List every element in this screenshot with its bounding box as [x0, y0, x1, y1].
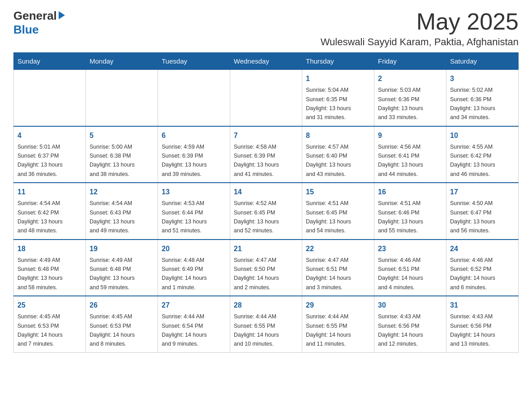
calendar-day-cell: 6Sunrise: 4:59 AM Sunset: 6:39 PM Daylig…: [158, 126, 230, 183]
calendar-day-cell: 26Sunrise: 4:45 AM Sunset: 6:53 PM Dayli…: [86, 296, 158, 352]
day-number: 31: [450, 300, 515, 311]
calendar-day-cell: 16Sunrise: 4:51 AM Sunset: 6:46 PM Dayli…: [374, 183, 446, 240]
logo-arrow-icon: [57, 10, 67, 20]
calendar-header-saturday: Saturday: [446, 53, 519, 70]
calendar-header-wednesday: Wednesday: [230, 53, 302, 70]
calendar-day-cell: 25Sunrise: 4:45 AM Sunset: 6:53 PM Dayli…: [14, 296, 86, 352]
day-number: 21: [234, 244, 298, 254]
day-info: Sunrise: 4:54 AM Sunset: 6:43 PM Dayligh…: [90, 200, 135, 234]
calendar-header-monday: Monday: [86, 53, 158, 70]
day-number: 7: [234, 130, 298, 141]
day-info: Sunrise: 4:59 AM Sunset: 6:39 PM Dayligh…: [162, 144, 207, 177]
day-number: 27: [162, 300, 226, 311]
day-number: 5: [90, 130, 154, 141]
page-header: General Blue May 2025 Wuleswali Sayyid K…: [13, 9, 519, 48]
calendar-day-cell: 27Sunrise: 4:44 AM Sunset: 6:54 PM Dayli…: [158, 296, 230, 352]
calendar-week-row: 18Sunrise: 4:49 AM Sunset: 6:48 PM Dayli…: [14, 240, 519, 296]
day-info: Sunrise: 4:43 AM Sunset: 6:56 PM Dayligh…: [378, 313, 423, 347]
calendar-day-cell: 14Sunrise: 4:52 AM Sunset: 6:45 PM Dayli…: [230, 183, 302, 240]
day-number: 1: [306, 73, 370, 84]
day-info: Sunrise: 4:47 AM Sunset: 6:50 PM Dayligh…: [234, 257, 279, 291]
day-info: Sunrise: 4:44 AM Sunset: 6:54 PM Dayligh…: [162, 313, 207, 347]
calendar-day-cell: 10Sunrise: 4:55 AM Sunset: 6:42 PM Dayli…: [446, 126, 519, 183]
day-info: Sunrise: 5:02 AM Sunset: 6:36 PM Dayligh…: [450, 87, 495, 120]
calendar-day-cell: 4Sunrise: 5:01 AM Sunset: 6:37 PM Daylig…: [14, 126, 86, 183]
calendar-day-cell: 20Sunrise: 4:48 AM Sunset: 6:49 PM Dayli…: [158, 240, 230, 296]
day-info: Sunrise: 4:55 AM Sunset: 6:42 PM Dayligh…: [450, 144, 495, 177]
day-info: Sunrise: 4:58 AM Sunset: 6:39 PM Dayligh…: [234, 144, 279, 177]
calendar-header-sunday: Sunday: [14, 53, 86, 70]
calendar-day-cell: 29Sunrise: 4:44 AM Sunset: 6:55 PM Dayli…: [302, 296, 374, 352]
calendar-table: SundayMondayTuesdayWednesdayThursdayFrid…: [13, 52, 519, 353]
day-number: 29: [306, 300, 370, 311]
calendar-day-cell: 19Sunrise: 4:49 AM Sunset: 6:48 PM Dayli…: [86, 240, 158, 296]
calendar-empty-cell: [230, 70, 302, 126]
day-info: Sunrise: 5:00 AM Sunset: 6:38 PM Dayligh…: [90, 144, 135, 177]
calendar-day-cell: 30Sunrise: 4:43 AM Sunset: 6:56 PM Dayli…: [374, 296, 446, 352]
calendar-week-row: 11Sunrise: 4:54 AM Sunset: 6:42 PM Dayli…: [14, 183, 519, 240]
day-info: Sunrise: 4:45 AM Sunset: 6:53 PM Dayligh…: [90, 313, 135, 347]
calendar-day-cell: 12Sunrise: 4:54 AM Sunset: 6:43 PM Dayli…: [86, 183, 158, 240]
day-number: 22: [306, 244, 370, 254]
svg-marker-0: [59, 11, 65, 19]
day-number: 16: [378, 187, 442, 197]
logo: General Blue: [13, 9, 67, 37]
day-number: 4: [17, 130, 82, 141]
calendar-day-cell: 5Sunrise: 5:00 AM Sunset: 6:38 PM Daylig…: [86, 126, 158, 183]
calendar-day-cell: 17Sunrise: 4:50 AM Sunset: 6:47 PM Dayli…: [446, 183, 519, 240]
day-number: 30: [378, 300, 442, 311]
day-number: 20: [162, 244, 226, 254]
calendar-day-cell: 15Sunrise: 4:51 AM Sunset: 6:45 PM Dayli…: [302, 183, 374, 240]
calendar-empty-cell: [158, 70, 230, 126]
calendar-header-thursday: Thursday: [302, 53, 374, 70]
day-number: 17: [450, 187, 515, 197]
day-number: 9: [378, 130, 442, 141]
day-number: 12: [90, 187, 154, 197]
day-info: Sunrise: 5:04 AM Sunset: 6:35 PM Dayligh…: [306, 87, 351, 120]
day-info: Sunrise: 4:56 AM Sunset: 6:41 PM Dayligh…: [378, 144, 423, 177]
day-number: 6: [162, 130, 226, 141]
day-info: Sunrise: 4:51 AM Sunset: 6:45 PM Dayligh…: [306, 200, 351, 234]
day-info: Sunrise: 4:45 AM Sunset: 6:53 PM Dayligh…: [17, 313, 63, 347]
calendar-day-cell: 8Sunrise: 4:57 AM Sunset: 6:40 PM Daylig…: [302, 126, 374, 183]
calendar-day-cell: 31Sunrise: 4:43 AM Sunset: 6:56 PM Dayli…: [446, 296, 519, 352]
calendar-day-cell: 28Sunrise: 4:44 AM Sunset: 6:55 PM Dayli…: [230, 296, 302, 352]
day-info: Sunrise: 4:53 AM Sunset: 6:44 PM Dayligh…: [162, 200, 207, 234]
calendar-empty-cell: [86, 70, 158, 126]
calendar-empty-cell: [14, 70, 86, 126]
day-info: Sunrise: 4:46 AM Sunset: 6:51 PM Dayligh…: [378, 257, 423, 291]
day-info: Sunrise: 4:46 AM Sunset: 6:52 PM Dayligh…: [450, 257, 495, 291]
day-number: 23: [378, 244, 442, 254]
day-number: 19: [90, 244, 154, 254]
month-title: May 2025: [321, 9, 519, 34]
day-number: 13: [162, 187, 226, 197]
calendar-day-cell: 3Sunrise: 5:02 AM Sunset: 6:36 PM Daylig…: [446, 70, 519, 126]
calendar-day-cell: 1Sunrise: 5:04 AM Sunset: 6:35 PM Daylig…: [302, 70, 374, 126]
calendar-week-row: 4Sunrise: 5:01 AM Sunset: 6:37 PM Daylig…: [14, 126, 519, 183]
calendar-day-cell: 23Sunrise: 4:46 AM Sunset: 6:51 PM Dayli…: [374, 240, 446, 296]
day-number: 14: [234, 187, 298, 197]
calendar-week-row: 25Sunrise: 4:45 AM Sunset: 6:53 PM Dayli…: [14, 296, 519, 352]
day-number: 8: [306, 130, 370, 141]
day-info: Sunrise: 4:57 AM Sunset: 6:40 PM Dayligh…: [306, 144, 351, 177]
day-number: 26: [90, 300, 154, 311]
calendar-day-cell: 7Sunrise: 4:58 AM Sunset: 6:39 PM Daylig…: [230, 126, 302, 183]
day-info: Sunrise: 4:54 AM Sunset: 6:42 PM Dayligh…: [17, 200, 63, 234]
day-number: 24: [450, 244, 515, 254]
calendar-day-cell: 22Sunrise: 4:47 AM Sunset: 6:51 PM Dayli…: [302, 240, 374, 296]
day-info: Sunrise: 4:48 AM Sunset: 6:49 PM Dayligh…: [162, 257, 207, 291]
calendar-day-cell: 24Sunrise: 4:46 AM Sunset: 6:52 PM Dayli…: [446, 240, 519, 296]
day-number: 2: [378, 73, 442, 84]
day-info: Sunrise: 4:51 AM Sunset: 6:46 PM Dayligh…: [378, 200, 423, 234]
day-number: 11: [17, 187, 82, 197]
day-info: Sunrise: 5:01 AM Sunset: 6:37 PM Dayligh…: [17, 144, 63, 177]
day-info: Sunrise: 4:44 AM Sunset: 6:55 PM Dayligh…: [306, 313, 351, 347]
day-info: Sunrise: 4:44 AM Sunset: 6:55 PM Dayligh…: [234, 313, 279, 347]
location-title: Wuleswali Sayyid Karam, Paktia, Afghanis…: [321, 36, 519, 48]
calendar-day-cell: 9Sunrise: 4:56 AM Sunset: 6:41 PM Daylig…: [374, 126, 446, 183]
calendar-week-row: 1Sunrise: 5:04 AM Sunset: 6:35 PM Daylig…: [14, 70, 519, 126]
calendar-day-cell: 13Sunrise: 4:53 AM Sunset: 6:44 PM Dayli…: [158, 183, 230, 240]
day-info: Sunrise: 4:43 AM Sunset: 6:56 PM Dayligh…: [450, 313, 495, 347]
day-number: 18: [17, 244, 82, 254]
title-area: May 2025 Wuleswali Sayyid Karam, Paktia,…: [321, 9, 519, 48]
